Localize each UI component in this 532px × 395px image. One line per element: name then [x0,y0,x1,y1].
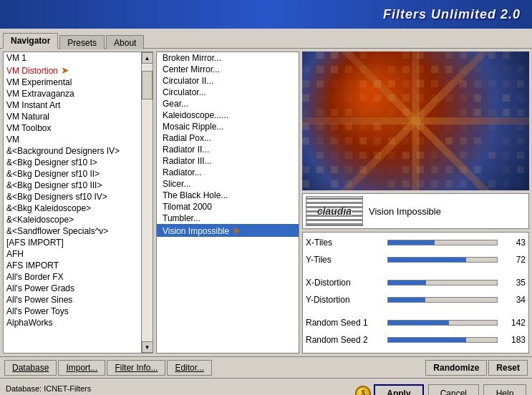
cancel-button[interactable]: Cancel [428,384,479,396]
middle-panel: Broken Mirror...Center Mirror...Circulat… [156,52,299,353]
left-list-item[interactable]: &<Bkg Designers sf10 IV> [4,191,141,203]
middle-list-item[interactable]: Circulator... [157,87,299,98]
selection-arrow-icon: ➤ [232,225,241,236]
left-list-item[interactable]: &<Bkg Kaleidoscope> [4,203,141,214]
status-info: Database: ICNET-Filters Filters: 4103 [6,384,355,396]
param-slider[interactable] [387,257,498,263]
main-content: VM 1VM Distortion ➤VM ExperimentalVM Ext… [0,49,532,356]
param-value: 35 [500,278,526,288]
left-list-item[interactable]: &<Sandflower Specials^v> [4,225,141,237]
middle-list-item[interactable]: Kaleidoscope...... [157,109,299,121]
reset-button[interactable]: Reset [488,360,528,376]
left-panel: VM 1VM Distortion ➤VM ExperimentalVM Ext… [3,52,153,353]
middle-list-item[interactable]: Slicer... [157,178,299,190]
param-slider-fill [388,240,435,245]
left-list-item[interactable]: VM Instant Art [4,99,141,111]
param-slider-fill [388,338,466,342]
database-button[interactable]: Database [4,360,57,376]
left-list-item[interactable]: All's Border FX [4,271,141,283]
title-bar: Filters Unlimited 2.0 [0,0,532,29]
import-button[interactable]: Import... [58,360,105,376]
left-list-item[interactable]: All's Power Grads [4,283,141,294]
middle-list-item[interactable]: The Black Hole... [157,190,299,201]
param-value: 183 [500,335,526,345]
left-list-item[interactable]: VM Experimental [4,77,141,88]
left-list-item[interactable]: &<Bkg Designer sf10 II> [4,168,141,180]
middle-list-item[interactable]: Mosaic Ripple... [157,121,299,132]
scroll-track[interactable] [142,64,153,341]
param-slider[interactable] [387,320,498,326]
filter-logo: claudia [306,196,363,226]
tab-presets[interactable]: Presets [59,35,105,49]
param-slider[interactable] [387,297,498,303]
left-list-item[interactable]: &<Kaleidoscope> [4,214,141,225]
middle-list-item[interactable]: Radiator... [157,167,299,178]
apply-button[interactable]: Apply [374,384,423,396]
database-value: ICNET-Filters [44,384,91,393]
param-label: Random Seed 2 [306,335,385,345]
left-list-item[interactable]: AFH [4,248,141,260]
middle-list-item[interactable]: Gear... [157,98,299,109]
param-slider-fill [388,281,426,285]
middle-list-item[interactable]: Center Mirror... [157,64,299,75]
param-value: 43 [500,238,526,248]
middle-list-item[interactable]: Radiator II... [157,144,299,155]
left-list-item[interactable]: All's Power Toys [4,306,141,317]
randomize-button[interactable]: Randomize [425,360,487,376]
middle-list-item[interactable]: Tumbler... [157,213,299,224]
middle-list-item[interactable]: Radiator III... [157,155,299,167]
tab-about[interactable]: About [106,35,144,49]
right-panel: claudia Vision Impossible X-Tiles43Y-Til… [302,52,529,353]
left-list-item[interactable]: &<Bkg Designer sf10 I> [4,157,141,168]
selection-arrow-icon: ➤ [61,64,69,76]
tab-bar: Navigator Presets About [0,29,532,49]
filter-info-button[interactable]: Filter Info... [107,360,165,376]
editor-button[interactable]: Editor... [167,360,212,376]
param-value: 34 [500,295,526,305]
scroll-down-arrow[interactable]: ▼ [142,341,153,353]
left-list-item[interactable]: AFS IMPORT [4,260,141,271]
param-row: Random Seed 1142 [306,316,526,330]
params-area: X-Tiles43Y-Tiles72X-Distortion35Y-Distor… [302,232,529,353]
left-list-item[interactable]: VM Natural [4,111,141,122]
left-list-item[interactable]: AlphaWorks [4,317,141,328]
left-list-item[interactable]: VM Distortion ➤ [4,64,141,77]
param-label: X-Tiles [306,238,385,248]
bottom-toolbar: Database Import... Filter Info... Editor… [0,356,532,378]
middle-list-item[interactable]: Radial Pox... [157,132,299,144]
param-row: Y-Distortion34 [306,293,526,307]
status-bar: Database: ICNET-Filters Filters: 4103 $ … [0,378,532,395]
middle-list-item[interactable]: Broken Mirror... [157,52,299,64]
left-list-item[interactable]: VM [4,134,141,145]
left-list-item[interactable]: All's Power Sines [4,294,141,306]
middle-list-item[interactable]: Tilomat 2000 [157,201,299,213]
param-row: X-Distortion35 [306,275,526,290]
middle-list-item[interactable]: Circulator II... [157,75,299,87]
param-label: X-Distortion [306,278,385,288]
apply-btn-wrap: $ Apply [355,384,423,396]
param-slider[interactable] [387,337,498,343]
left-list-item[interactable]: VM Toolbox [4,122,141,134]
left-panel-scroll: VM 1VM Distortion ➤VM ExperimentalVM Ext… [4,52,153,353]
scroll-thumb[interactable] [142,71,153,99]
param-slider-fill [388,321,449,325]
database-info: Database: ICNET-Filters [6,384,355,393]
scroll-up-arrow[interactable]: ▲ [142,52,153,64]
database-label: Database: [6,384,42,393]
param-slider[interactable] [387,240,498,245]
left-list-item[interactable]: VM Extravaganza [4,88,141,99]
left-list-item[interactable]: &<Bkg Designer sf10 III> [4,180,141,191]
param-separator [306,310,526,316]
left-list-item[interactable]: &<Background Designers IV> [4,145,141,157]
help-button[interactable]: Help [483,384,526,396]
status-buttons: $ Apply Cancel Help [355,384,526,396]
filter-info-area: claudia Vision Impossible [302,193,529,229]
left-list-item[interactable]: VM 1 [4,52,141,64]
app-title: Filters Unlimited 2.0 [383,7,521,22]
middle-list-item[interactable]: Vision Impossible ➤ [157,224,299,237]
param-slider[interactable] [387,280,498,286]
param-slider-fill [388,298,425,302]
param-separator [306,270,526,275]
left-list-item[interactable]: [AFS IMPORT] [4,237,141,248]
tab-navigator[interactable]: Navigator [3,33,58,49]
